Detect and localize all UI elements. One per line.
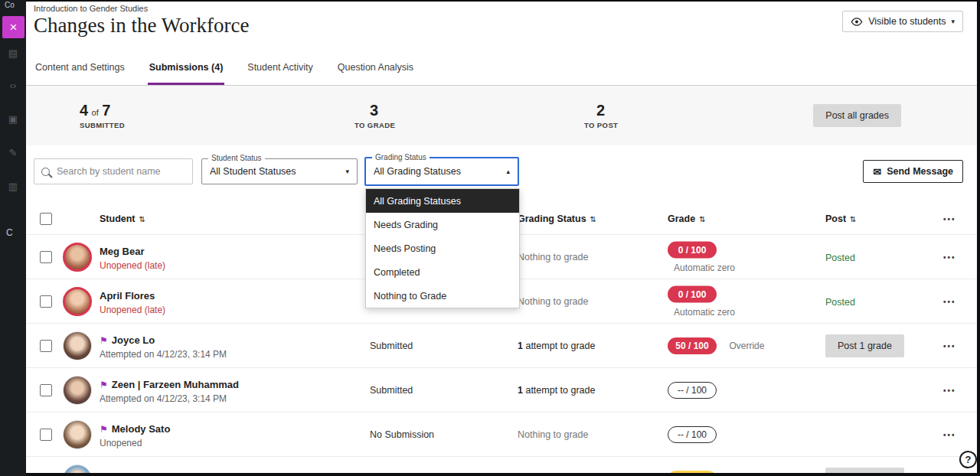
envelope-icon: ✉ xyxy=(873,166,881,178)
grade-pill[interactable]: 0 / 100 xyxy=(668,285,717,302)
chevron-down-icon: ▾ xyxy=(951,18,955,25)
avatar xyxy=(63,287,92,316)
grade-pill[interactable]: 50 / 100 xyxy=(668,337,717,354)
row-checkbox[interactable] xyxy=(40,384,52,396)
menu-item-nothing-to-grade[interactable]: Nothing to Grade xyxy=(366,284,519,308)
grade-pill[interactable]: 70 / 100 xyxy=(668,471,717,474)
grade-cell: 0 / 100 Automatic zero xyxy=(668,241,735,272)
grading-status-select[interactable]: Grading Status All Grading Statuses ▴ xyxy=(364,157,519,186)
student-status-text: Attempted on 4/12/23, 3:14 PM xyxy=(100,393,239,403)
column-header-grading-status[interactable]: Grading Status⇅ xyxy=(518,214,596,224)
student-name-link[interactable]: Meg Bear xyxy=(100,245,145,256)
row-options-menu-button[interactable]: ••• xyxy=(940,383,959,397)
code-icon[interactable]: ‹› xyxy=(0,80,26,91)
help-button[interactable]: ? xyxy=(959,451,977,468)
row-checkbox[interactable] xyxy=(40,429,52,441)
tab-content-and-settings[interactable]: Content and Settings xyxy=(34,52,126,85)
row-checkbox[interactable] xyxy=(40,340,52,352)
student-search xyxy=(34,158,193,184)
student-cell: Arden Tuomala xyxy=(100,472,172,474)
search-icon xyxy=(41,168,50,176)
menu-item-all-grading-statuses[interactable]: All Grading Statuses xyxy=(366,189,519,213)
grade-cell: -- / 100 xyxy=(668,426,717,443)
pencil-icon[interactable]: ✎ xyxy=(0,147,26,158)
sidebar-partial-text: Co xyxy=(5,1,15,9)
visibility-label: Visible to students xyxy=(868,16,946,27)
table-row: ⚑Joyce Lo Attempted on 4/12/23, 3:14 PM … xyxy=(26,323,977,367)
avatar xyxy=(63,376,92,405)
book-icon[interactable]: ▥ xyxy=(0,181,26,192)
sort-icon: ⇅ xyxy=(590,215,596,223)
post-grade-button[interactable]: Post 1 grade xyxy=(825,468,904,474)
visibility-dropdown-button[interactable]: Visible to students ▾ xyxy=(842,11,963,32)
column-header-grade[interactable]: Grade⇅ xyxy=(668,214,706,224)
column-header-student[interactable]: Student⇅ xyxy=(100,214,145,224)
tab-student-activity[interactable]: Student Activity xyxy=(246,52,314,85)
flag-icon: ⚑ xyxy=(100,379,108,390)
row-options-menu-button[interactable]: ••• xyxy=(940,427,959,442)
grade-cell: -- / 100 xyxy=(668,382,717,399)
sidebar-partial-text: C xyxy=(6,227,13,238)
send-message-button[interactable]: ✉ Send Message xyxy=(863,160,963,183)
menu-item-completed[interactable]: Completed xyxy=(366,260,519,284)
app-window: Co × ▤ ‹› ▣ ✎ ▥ C Introduction to Gender… xyxy=(0,0,980,476)
column-header-post[interactable]: Post⇅ xyxy=(825,214,856,224)
table-options-menu-button[interactable]: ••• xyxy=(940,212,959,227)
student-name-link[interactable]: Melody Sato xyxy=(112,422,171,434)
student-name-link[interactable]: Joyce Lo xyxy=(112,334,155,345)
grade-pill[interactable]: -- / 100 xyxy=(668,382,717,399)
row-options-menu-button[interactable]: ••• xyxy=(940,471,959,473)
chevron-down-icon: ▾ xyxy=(345,168,349,175)
post-grade-button[interactable]: Post 1 grade xyxy=(825,334,904,357)
search-input[interactable] xyxy=(55,165,185,178)
grade-pill[interactable]: 0 / 100 xyxy=(668,241,717,258)
menu-item-needs-grading[interactable]: Needs Grading xyxy=(366,213,519,236)
table-row: Arden Tuomala Submitted Nothing to grade… xyxy=(26,456,977,473)
submission-cell: Submitted xyxy=(370,385,413,396)
grade-note: Automatic zero xyxy=(674,306,735,317)
menu-item-needs-posting[interactable]: Needs Posting xyxy=(366,236,519,260)
submitted-of: of xyxy=(92,108,99,117)
row-options-menu-button[interactable]: ••• xyxy=(940,338,959,353)
select-all-checkbox[interactable] xyxy=(40,213,52,225)
grading-status-cell: Nothing to grade xyxy=(518,296,588,307)
collapsed-sidebar: Co × ▤ ‹› ▣ ✎ ▥ C xyxy=(0,0,26,476)
student-status-text: Unopened xyxy=(100,437,170,448)
student-name-link[interactable]: Zeen | Farzeen Muhammad xyxy=(112,378,239,390)
table-row: ⚑Zeen | Farzeen Muhammad Attempted on 4/… xyxy=(26,367,977,412)
row-options-menu-button[interactable]: ••• xyxy=(940,249,959,264)
row-checkbox[interactable] xyxy=(40,295,52,308)
sort-icon: ⇅ xyxy=(699,215,705,223)
post-all-grades-button[interactable]: Post all grades xyxy=(813,104,901,127)
tab-submissions[interactable]: Submissions (4) xyxy=(148,52,225,85)
document-icon[interactable]: ▤ xyxy=(0,47,26,59)
row-checkbox[interactable] xyxy=(40,251,52,263)
grading-status-value: All Grading Statuses xyxy=(374,166,461,177)
student-status-select[interactable]: Student Status All Student Statuses ▾ xyxy=(201,158,358,184)
row-options-menu-button[interactable]: ••• xyxy=(940,294,959,308)
to-grade-label: TO GRADE xyxy=(354,121,395,129)
grade-pill[interactable]: -- / 100 xyxy=(668,426,717,443)
submitted-label: SUBMITTED xyxy=(80,121,125,129)
stats-bar: 4 of 7 SUBMITTED 3 TO GRADE 2 TO POST Po… xyxy=(26,86,977,145)
avatar xyxy=(63,243,92,272)
submitted-total: 7 xyxy=(102,102,110,119)
avatar xyxy=(63,465,92,474)
stat-to-post: 2 TO POST xyxy=(584,102,618,129)
assessment-panel: Introduction to Gender Studies Changes i… xyxy=(26,2,977,473)
tab-question-analysis[interactable]: Question Analysis xyxy=(336,52,415,85)
breadcrumb[interactable]: Introduction to Gender Studies xyxy=(34,4,148,13)
eye-icon xyxy=(851,18,863,26)
post-cell: Post 1 grade xyxy=(825,334,904,357)
grading-status-cell: Nothing to grade xyxy=(518,429,588,440)
grading-status-menu: All Grading Statuses Needs Grading Needs… xyxy=(365,188,520,308)
close-panel-button[interactable]: × xyxy=(2,16,24,38)
student-cell: ⚑Zeen | Farzeen Muhammad Attempted on 4/… xyxy=(100,377,239,403)
submission-cell: No Submission xyxy=(370,429,434,440)
grading-status-cell: 1 attempt to grade xyxy=(518,385,595,396)
submitted-count: 4 xyxy=(80,102,88,119)
student-name-link[interactable]: April Flores xyxy=(100,289,155,301)
student-cell: ⚑Joyce Lo Attempted on 4/12/23, 3:14 PM xyxy=(100,332,227,359)
clipboard-icon[interactable]: ▣ xyxy=(0,113,26,125)
row-checkbox[interactable] xyxy=(40,473,52,474)
